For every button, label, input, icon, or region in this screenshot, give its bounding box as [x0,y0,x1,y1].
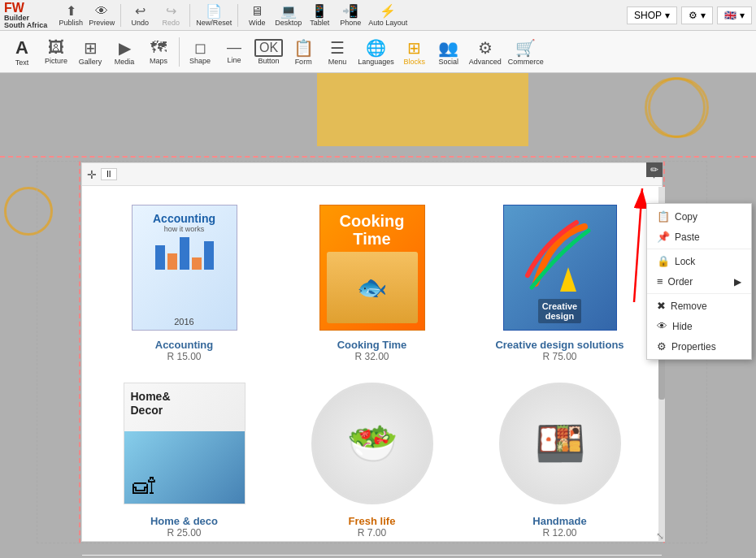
creative-graphic [512,214,608,305]
text-icon: A [15,37,28,58]
redo-button[interactable]: ↪ Redo [158,3,184,27]
bg-yellow-block [317,73,528,146]
product-name-homedeco: Home & deco [150,515,218,527]
picture-tool[interactable]: 🖼 Picture [41,36,72,67]
copy-icon: 📋 [657,210,670,223]
commerce-tool[interactable]: 🛒 Commerce [506,36,545,68]
product-item-creative: Creativedesign Creative design solutions… [466,194,654,370]
menu-icon: ☰ [330,38,345,58]
form-tool[interactable]: 📋 Form [288,36,319,68]
phone-icon: 📲 [342,3,358,19]
lock-icon: 🔒 [657,255,670,267]
form-icon: 📋 [293,38,314,58]
product-price-freshlife: R 7.00 [358,527,386,539]
undo-icon: ↩ [135,3,146,19]
product-item-cooking: CookingTime 🐟 Cooking Time R 32.00 [278,194,466,370]
paste-icon: 📌 [657,231,670,243]
decorative-circle-right [645,77,706,138]
app-logo: FWBuilder South Africa [4,2,47,29]
context-menu-lock[interactable]: 🔒 Lock [647,251,751,271]
line-tool[interactable]: — Line [219,37,250,67]
move-handle-icon[interactable]: ✛ [87,168,97,181]
preview-icon: 👁 [95,4,108,19]
order-icon: ≡ [657,275,663,288]
blocks-tool[interactable]: ⊞ Blocks [399,36,430,68]
advanced-tool[interactable]: ⚙ Advanced [467,36,503,68]
product-name-cooking: Cooking Time [337,339,407,351]
product-img-accounting: Accounting how it works 2016 [119,202,250,332]
container-header: ✛ II ▾ [82,163,662,186]
phone-button[interactable]: 📲 Phone [337,3,363,27]
social-tool[interactable]: 👥 Social [433,36,464,68]
container-header-left: ✛ II [87,168,117,181]
settings-button[interactable]: ⚙ ▾ [681,6,713,24]
book-chart-accounting [139,237,230,270]
book-subtitle-accounting: how it works [139,225,230,233]
container-badge: II [101,168,117,180]
product-item-accounting: Accounting how it works 2016 Accounting [90,194,278,370]
chevron-down-icon: ▾ [740,10,745,21]
shop-dropdown[interactable]: SHOP ▾ ⚙ ▾ 🇬🇧 ▾ [627,6,752,24]
context-menu-paste[interactable]: 📌 Paste [647,227,751,247]
auto-layout-icon: ⚡ [380,3,396,19]
desktop-icon: 💻 [280,3,297,19]
chevron-down-icon: ▾ [665,10,670,21]
chevron-down-icon: ▾ [701,10,706,21]
dash-border-left [79,161,80,543]
resize-handle[interactable]: ⤡ [656,530,664,542]
icon-sep1 [179,37,180,67]
new-reset-button[interactable]: 📄 New/Reset [196,3,232,27]
home-decor-image: Home&Decor 🛋 [124,383,245,504]
tablet-button[interactable]: 📱 Tablet [306,3,332,27]
context-menu-hide[interactable]: 👁 Hide [647,316,751,336]
product-price-handmade: R 12.00 [542,527,576,539]
hide-icon: 👁 [657,320,667,332]
preview-button[interactable]: 👁 Preview [89,4,115,27]
maps-tool[interactable]: 🗺 Maps [143,36,174,67]
advanced-icon: ⚙ [478,38,493,58]
context-menu-properties[interactable]: ⚙ Properties [647,336,751,357]
undo-button[interactable]: ↩ Undo [127,3,153,27]
context-menu-remove[interactable]: ✖ Remove [647,296,751,316]
product-img-freshlife: 🥗 [307,378,437,508]
remove-icon: ✖ [657,300,666,312]
languages-tool[interactable]: 🌐 Languages [356,36,396,68]
button-tool[interactable]: OK Button [253,37,285,67]
new-reset-icon: 📄 [206,3,222,19]
context-menu-order[interactable]: ≡ Order ▶ [647,271,751,292]
gear-icon: ⚙ [689,10,697,21]
line-icon: — [227,39,241,56]
chart-bar-3 [180,237,189,270]
product-price-creative: R 75.00 [542,351,576,362]
home-decor-furniture-icon: 🛋 [133,473,155,500]
edit-icon-button[interactable]: ✏ [646,162,663,177]
canvas-area: ✏ ✛ II ▾ Accounting how it works [0,73,756,558]
context-menu-copy[interactable]: 📋 Copy [647,206,751,227]
redo-icon: ↪ [166,3,176,19]
button-icon: OK [254,39,283,57]
publish-button[interactable]: ⬆ Publish [58,3,84,27]
top-bar: FWBuilder South Africa ⬆ Publish 👁 Previ… [0,0,756,31]
chart-bar-5 [204,241,214,270]
product-item-homedeco: Home&Decor 🛋 Home & deco R 25.00 [90,370,278,547]
shop-select[interactable]: SHOP ▾ [627,6,677,24]
menu-tool[interactable]: ☰ Menu [322,36,353,68]
book-cover-accounting: Accounting how it works 2016 [132,205,237,331]
product-price-accounting: R 15.00 [167,351,201,362]
wide-button[interactable]: 🖥 Wide [244,4,270,27]
language-button[interactable]: 🇬🇧 ▾ [717,6,752,24]
text-tool[interactable]: A Text [7,35,37,69]
auto-layout-button[interactable]: ⚡ Auto Layout [368,3,407,27]
media-tool[interactable]: ▶ Media [109,36,140,68]
book-year-accounting: 2016 [133,317,237,327]
product-item-freshlife: 🥗 Fresh life R 7.00 [278,370,466,547]
shape-tool[interactable]: ◻ Shape [185,37,215,67]
context-menu-sep2 [647,293,751,294]
shape-icon: ◻ [194,39,206,57]
wide-icon: 🖥 [250,4,263,19]
maps-icon: 🗺 [150,38,167,57]
media-icon: ▶ [119,38,131,58]
gallery-tool[interactable]: ⊞ Gallery [75,36,106,68]
publish-icon: ⬆ [66,3,76,19]
desktop-button[interactable]: 💻 Desktop [275,3,302,27]
